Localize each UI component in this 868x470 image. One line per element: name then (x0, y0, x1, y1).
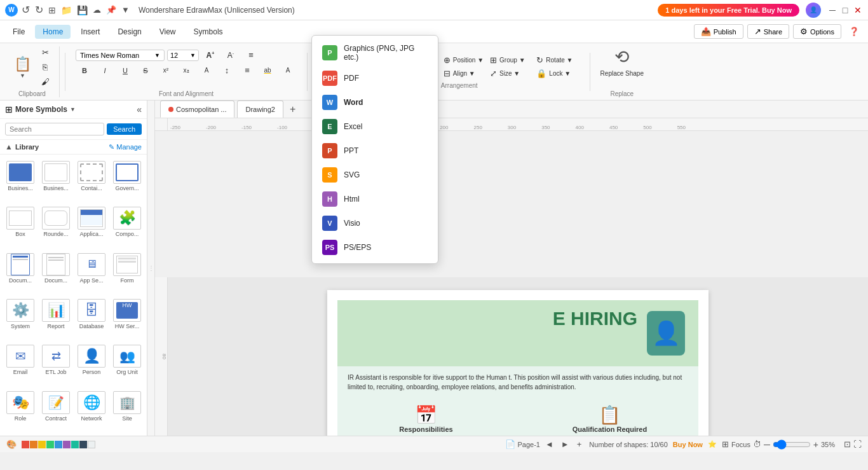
sidebar-resize-handle[interactable]: ⋮ (147, 100, 155, 436)
highlight-button[interactable]: ab (259, 64, 276, 77)
color-swatch-light[interactable] (88, 441, 95, 448)
search-input[interactable] (5, 123, 104, 135)
export-menu-item-7[interactable]: VVisio (312, 211, 438, 235)
shape-item-11[interactable]: Form (111, 251, 144, 294)
shape-item-21[interactable]: 📝Contract (39, 389, 72, 432)
manage-button[interactable]: ✎ Manage (109, 143, 142, 151)
color-picker-icon[interactable]: 🎨 (6, 439, 17, 449)
shape-item-0[interactable]: Busines... (4, 158, 37, 202)
share-button[interactable]: ↗ Share (747, 24, 789, 39)
text-format-button[interactable]: A (198, 64, 215, 77)
replace-shape-button[interactable]: Replace Shape (600, 70, 644, 77)
group-button[interactable]: ⊞ Group ▼ (487, 54, 532, 66)
export-menu-item-0[interactable]: PGraphics (PNG, JPG etc.) (312, 39, 438, 66)
color-swatch-yellow[interactable] (38, 441, 46, 448)
shape-item-16[interactable]: ✉Email (4, 342, 37, 385)
menu-home[interactable]: Home (35, 25, 71, 39)
menu-view[interactable]: View (152, 25, 184, 39)
color-swatch-purple[interactable] (63, 441, 71, 448)
options-button[interactable]: ⚙ Options (793, 24, 841, 39)
export-menu-item-4[interactable]: PPPT (312, 139, 438, 163)
menu-file[interactable]: File (5, 25, 32, 39)
save-button[interactable]: 💾 (77, 5, 88, 15)
shape-item-12[interactable]: ⚙️System (4, 296, 37, 340)
menu-symbols[interactable]: Symbols (186, 25, 231, 39)
shape-item-20[interactable]: 🎭Role (4, 389, 37, 432)
new-tab-button[interactable]: ⊞ (48, 5, 56, 15)
search-button[interactable]: Search (107, 123, 142, 135)
bold-button[interactable]: B (76, 64, 93, 77)
shape-item-9[interactable]: Docum... (39, 251, 72, 294)
shape-item-13[interactable]: 📊Report (39, 296, 72, 340)
buy-now-button[interactable]: Buy Now (673, 441, 703, 448)
color-swatch-blue[interactable] (55, 441, 62, 448)
shape-item-17[interactable]: ⇄ETL Job (39, 342, 72, 385)
shape-item-4[interactable]: Box (4, 204, 37, 247)
canvas-area[interactable]: E HIRING 👤 IR Assistant is responsible f… (168, 277, 868, 436)
strikethrough-button[interactable]: S (137, 64, 154, 77)
color-swatch-green[interactable] (46, 441, 54, 448)
focus-button[interactable]: Focus (731, 441, 750, 448)
underline-button[interactable]: U (116, 64, 134, 77)
italic-button[interactable]: I (96, 64, 114, 77)
subscript-button[interactable]: x₂ (177, 64, 195, 77)
help-button[interactable]: ❓ (845, 25, 863, 38)
line-spacing-button[interactable]: ↕ (218, 64, 236, 77)
publish-button[interactable]: 📤 Publish (694, 24, 743, 39)
tab-0[interactable]: Cosmopolitan ... (160, 100, 234, 118)
fullscreen-button[interactable]: ⛶ (853, 439, 862, 449)
shape-item-23[interactable]: 🏢Site (111, 389, 144, 432)
font-name-input[interactable]: Times New Roman ▼ (76, 50, 165, 61)
close-button[interactable]: ✕ (853, 5, 863, 15)
next-page-button[interactable]: ► (559, 439, 572, 449)
align-arrange-button[interactable]: ⊟ Align ▼ (441, 67, 486, 79)
decrease-font-size-button[interactable]: A- (222, 49, 240, 62)
more-actions-button[interactable]: ▼ (121, 5, 130, 15)
export-menu-item-1[interactable]: PDFPDF (312, 66, 438, 90)
export-menu-item-8[interactable]: PSPS/EPS (312, 235, 438, 259)
shape-item-6[interactable]: Applica... (75, 204, 108, 247)
shape-item-10[interactable]: 🖥App Se... (75, 251, 108, 294)
maximize-button[interactable]: □ (840, 5, 850, 15)
fit-page-button[interactable]: ⊡ (844, 439, 851, 449)
color-swatch-dark[interactable] (79, 441, 87, 448)
export-menu-item-5[interactable]: SSVG (312, 163, 438, 187)
cut-button[interactable]: ✂ (36, 46, 54, 59)
position-button[interactable]: ⊕ Position ▼ (441, 54, 486, 66)
font-size-input[interactable]: 12 ▼ (167, 50, 199, 61)
paste-button[interactable]: 📋 ▼ (10, 54, 35, 81)
shape-item-8[interactable]: Docum... (4, 251, 37, 294)
pin-button[interactable]: 📌 (106, 5, 116, 15)
layers-button[interactable]: ⊞ (722, 439, 729, 449)
undo-button[interactable]: ↺ (22, 4, 30, 16)
shape-item-19[interactable]: 👥Org Unit (111, 342, 144, 385)
shape-item-22[interactable]: 🌐Network (75, 389, 108, 432)
shape-item-15[interactable]: HWHW Ser... (111, 296, 144, 340)
shape-item-7[interactable]: 🧩Compo... (111, 204, 144, 247)
font-color-button[interactable]: A (279, 64, 297, 77)
shape-item-1[interactable]: Busines... (39, 158, 72, 202)
user-avatar[interactable]: 👤 (806, 3, 821, 18)
add-page-button[interactable]: + (574, 439, 585, 449)
cloud-save-button[interactable]: ☁ (93, 5, 101, 15)
zoom-slider[interactable] (773, 439, 811, 450)
prev-page-button[interactable]: ◄ (543, 439, 556, 449)
color-swatch-teal[interactable] (71, 441, 79, 448)
zoom-out-button[interactable]: ─ (764, 439, 770, 450)
copy-button[interactable]: ⎘ (36, 61, 54, 74)
color-swatch-red[interactable] (22, 441, 29, 448)
superscript-button[interactable]: x² (157, 64, 175, 77)
shape-item-2[interactable]: Contai... (75, 158, 108, 202)
shape-item-18[interactable]: 👤Person (75, 342, 108, 385)
color-swatch-orange[interactable] (30, 441, 37, 448)
format-painter-button[interactable]: 🖌 (36, 76, 54, 88)
zoom-in-button[interactable]: + (813, 439, 818, 450)
export-menu-item-3[interactable]: EExcel (312, 114, 438, 139)
export-menu-item-6[interactable]: HHtml (312, 187, 438, 211)
rotate-button[interactable]: ↻ Rotate ▼ (534, 54, 579, 66)
minimize-button[interactable]: ─ (827, 5, 837, 15)
redo-button[interactable]: ↻ (35, 4, 43, 16)
open-button[interactable]: 📁 (61, 5, 72, 15)
lock-button[interactable]: 🔒 Lock ▼ (534, 67, 579, 79)
list-button[interactable]: ≡ (238, 64, 256, 77)
